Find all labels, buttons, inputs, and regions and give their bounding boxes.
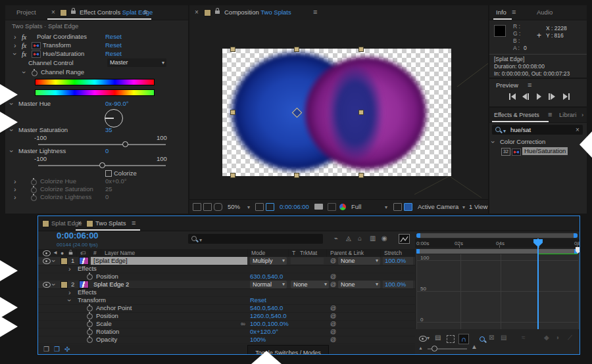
slider-knob[interactable] — [99, 162, 105, 168]
draft-3d-icon[interactable]: ◬ — [346, 235, 351, 242]
chevron-right-icon[interactable]: › — [14, 186, 16, 193]
first-frame-button[interactable] — [509, 93, 516, 100]
selection-handle[interactable] — [230, 47, 235, 52]
snap-magnet-icon[interactable]: ∩ — [458, 334, 469, 344]
time-navigator[interactable] — [416, 233, 578, 238]
layer-name[interactable]: Splat Edge 2 — [93, 281, 129, 288]
magnification-menu[interactable]: 50% — [228, 203, 240, 211]
ease-handles-icon[interactable]: ⟋ — [568, 334, 572, 342]
chevron-down-icon[interactable]: › — [490, 141, 497, 143]
effect-list-item-hue-saturation[interactable]: 32 Hue/Saturation — [489, 147, 587, 156]
composition-flowchart-icon[interactable] — [193, 203, 201, 211]
rotation-value[interactable]: 0x+120.0° — [250, 328, 278, 336]
video-column-icon[interactable] — [43, 250, 51, 256]
search-input[interactable]: hue/sat — [510, 126, 531, 134]
channel-control-dropdown[interactable]: Master ▾ — [107, 58, 166, 67]
position-value[interactable]: 630.0,540.0 — [250, 273, 283, 281]
selection-handle[interactable] — [358, 110, 364, 115]
zoom-slider-knob[interactable] — [432, 346, 437, 352]
navigator-start-handle[interactable] — [416, 233, 420, 238]
clear-search-icon[interactable]: × — [576, 126, 580, 134]
stopwatch-icon[interactable] — [32, 70, 37, 76]
chevron-right-icon[interactable]: › — [581, 111, 583, 119]
tab-project[interactable]: Project — [16, 9, 36, 16]
composition-mini-flowchart-icon[interactable]: ⌁ — [334, 235, 338, 242]
effects-search-box[interactable]: ▾ hue/sat × — [492, 125, 583, 135]
fit-selection-icon[interactable]: ⊠ — [489, 334, 494, 342]
graph-editor-toggle[interactable] — [399, 234, 410, 244]
resolution-menu[interactable]: Full — [351, 203, 361, 211]
next-frame-button[interactable] — [549, 93, 555, 100]
stopwatch-icon[interactable] — [87, 313, 93, 319]
view-layout-menu[interactable]: 1 View — [469, 203, 487, 211]
chevron-right-icon[interactable]: › — [68, 265, 71, 272]
channel-range-row[interactable]: › Channel Range — [5, 68, 188, 76]
stopwatch-icon[interactable] — [87, 337, 93, 343]
chevron-right-icon[interactable]: › — [14, 178, 16, 185]
master-hue-value[interactable]: 0x-90.0° — [105, 100, 129, 108]
colorize-checkbox[interactable] — [105, 170, 112, 177]
fast-previews-icon[interactable] — [404, 203, 412, 211]
timeline-zoom-slider[interactable] — [428, 348, 467, 350]
tab-effects-presets[interactable]: Effects & Presets — [494, 111, 539, 119]
stopwatch-icon[interactable] — [87, 321, 93, 327]
expand-transfer-controls-icon[interactable]: ❐ — [54, 346, 60, 353]
play-button[interactable] — [537, 93, 541, 100]
timeline-search-box[interactable]: ▾ — [188, 234, 323, 244]
effect-row-polar-coordinates[interactable]: › fx Polar Coordinates Reset — [5, 33, 188, 41]
stopwatch-icon[interactable] — [87, 329, 93, 335]
reset-link[interactable]: Reset — [105, 50, 122, 58]
pickwhip-icon[interactable]: @ — [330, 258, 336, 264]
close-icon[interactable]: × — [51, 9, 55, 16]
panel-menu-icon[interactable]: ≡ — [512, 8, 516, 16]
layer-color-swatch[interactable] — [61, 258, 68, 265]
lock-column-icon[interactable] — [69, 252, 73, 255]
selection-handle[interactable] — [294, 173, 299, 178]
chevron-down-icon[interactable]: › — [51, 260, 57, 262]
stereo-glasses-icon[interactable] — [214, 203, 222, 211]
mask-path-icon[interactable] — [266, 203, 274, 211]
stretch-cell[interactable]: 100.0% — [383, 281, 413, 288]
solo-column-icon[interactable]: ● — [61, 249, 64, 257]
opacity-value[interactable]: 100% — [250, 336, 266, 344]
tab-effect-controls[interactable]: Effect Controls Splat Edge — [80, 9, 153, 16]
selection-handle[interactable] — [294, 47, 299, 52]
label-column-icon[interactable]: 🏷 — [80, 249, 86, 257]
show-snapshot-icon[interactable] — [328, 203, 336, 211]
comp-timecode[interactable]: 0:00:06:00 — [280, 203, 309, 211]
stopwatch-icon[interactable] — [87, 306, 93, 311]
navigator-end-handle[interactable] — [574, 233, 578, 238]
transform-box-icon[interactable] — [447, 335, 455, 343]
tab-info[interactable]: Info — [496, 9, 506, 16]
selection-handle[interactable] — [358, 47, 364, 52]
expand-layer-switches-icon[interactable]: ❐ — [43, 346, 49, 353]
selection-handle[interactable] — [230, 173, 235, 178]
expand-in-out-stretch-icon[interactable]: ✣ — [64, 346, 70, 353]
chevron-down-icon[interactable]: › — [51, 283, 57, 286]
zoom-out-mountain-icon[interactable]: ▲ — [418, 344, 423, 352]
snapshot-camera-icon[interactable] — [314, 204, 323, 210]
link-dimensions-icon[interactable]: ∞ — [241, 320, 245, 328]
chevron-right-icon[interactable]: › — [14, 34, 16, 40]
easy-ease-icon[interactable]: ◗ — [556, 334, 560, 342]
active-camera-menu[interactable]: Active Camera — [418, 203, 458, 211]
parent-dropdown[interactable]: None▾ — [338, 257, 380, 265]
pickwhip-icon[interactable]: @ — [330, 281, 336, 288]
selection-handle[interactable] — [230, 110, 235, 115]
prev-frame-button[interactable] — [522, 93, 529, 100]
selection-handle[interactable] — [358, 173, 364, 178]
pickwhip-icon[interactable]: @ — [330, 273, 336, 280]
master-lightness-slider[interactable] — [38, 165, 166, 166]
fit-all-graphs-icon[interactable]: ▤ — [501, 334, 506, 342]
audio-column-icon[interactable]: ◄ — [53, 249, 58, 257]
transparency-grid-icon[interactable] — [393, 203, 402, 211]
master-saturation-slider[interactable] — [38, 144, 166, 145]
close-icon[interactable]: × — [195, 9, 199, 16]
slider-knob[interactable] — [122, 141, 128, 147]
panel-menu-icon[interactable]: ≡ — [143, 8, 147, 16]
color-correction-group[interactable]: › Color Correction — [489, 138, 587, 146]
work-area-start[interactable] — [416, 249, 420, 254]
reset-link[interactable]: Reset — [250, 296, 266, 304]
layer-color-swatch[interactable] — [61, 281, 68, 288]
chevron-down-icon[interactable]: › — [12, 53, 18, 55]
